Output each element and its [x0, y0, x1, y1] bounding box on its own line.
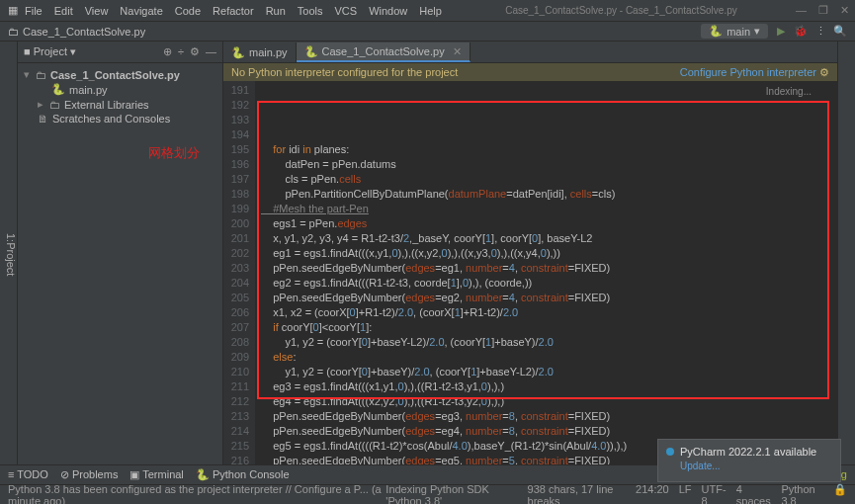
titlebar: ▦ File Edit View Navigate Code Refactor …	[0, 0, 855, 22]
status-bar: Python 3.8 has been configured as the pr…	[0, 484, 855, 504]
menu-run[interactable]: Run	[261, 3, 291, 19]
target-icon[interactable]: ⊕	[163, 45, 172, 58]
right-toolwindow-stripe	[837, 42, 855, 464]
minimize-icon[interactable]: —	[796, 4, 807, 17]
main-area: 1:Project ■ Project ▾ ⊕ ÷ ⚙ — ▾🗀Case_1_C…	[0, 42, 855, 464]
debug-icon[interactable]: 🐞	[794, 25, 808, 38]
update-link[interactable]: Update...	[680, 461, 832, 471]
status-chars: 938 chars, 17 line breaks	[528, 483, 626, 505]
chevron-down-icon: ▾	[754, 25, 760, 38]
run-config-dropdown[interactable]: 🐍 main ▾	[701, 24, 768, 39]
breadcrumb[interactable]: Case_1_ContactSolve.py	[23, 26, 145, 38]
app-icon: ▦	[6, 4, 20, 17]
status-interpreter[interactable]: Python 3.8	[781, 483, 823, 505]
menu-refactor[interactable]: Refactor	[208, 3, 259, 19]
more-icon[interactable]: ⋮	[813, 25, 827, 38]
gutter: 1911921931941951961971981992002012022032…	[223, 81, 255, 464]
status-encoding[interactable]: UTF-8	[702, 483, 727, 505]
editor-tabs: 🐍main.py 🐍Case_1_ContactSolve.py✕	[223, 42, 837, 63]
menu-edit[interactable]: Edit	[49, 3, 78, 19]
collapse-icon[interactable]: ÷	[178, 45, 184, 58]
folder-icon: 🗀	[8, 26, 19, 38]
code-editor[interactable]: 1911921931941951961971981992002012022032…	[223, 81, 837, 464]
python-console-tool[interactable]: 🐍 Python Console	[196, 468, 290, 481]
menu-code[interactable]: Code	[170, 3, 206, 19]
menu-tools[interactable]: Tools	[293, 3, 328, 19]
tree-scratches[interactable]: 🗎Scratches and Consoles	[20, 112, 220, 126]
menu-vcs[interactable]: VCS	[330, 3, 363, 19]
warning-text: No Python interpreter configured for the…	[231, 66, 458, 78]
indexing-label: Indexing...	[766, 84, 812, 99]
todo-tool[interactable]: ≡ TODO	[8, 468, 48, 481]
configure-interpreter-link[interactable]: Configure Python interpreter	[680, 66, 816, 78]
problems-tool[interactable]: ⊘ Problems	[60, 468, 119, 481]
tree-file-main[interactable]: 🐍main.py	[20, 82, 220, 97]
tab-case1[interactable]: 🐍Case_1_ContactSolve.py✕	[297, 42, 470, 62]
project-tool-button[interactable]: 1:Project	[5, 233, 17, 276]
annotation-label: 网格划分	[148, 146, 200, 159]
window-title: Case_1_ContactSolve.py - Case_1_ContactS…	[447, 5, 796, 16]
python-icon: 🐍	[709, 25, 723, 38]
left-toolwindow-stripe: 1:Project	[0, 42, 18, 464]
info-dot-icon	[666, 448, 674, 456]
tab-main[interactable]: 🐍main.py	[223, 42, 297, 62]
interpreter-warning: No Python interpreter configured for the…	[223, 63, 837, 81]
menu-window[interactable]: Window	[364, 3, 412, 19]
run-icon[interactable]: ▶	[774, 25, 788, 38]
menu-view[interactable]: View	[80, 3, 114, 19]
project-sidebar: ■ Project ▾ ⊕ ÷ ⚙ — ▾🗀Case_1_ContactSolv…	[18, 42, 223, 464]
toolbar: 🗀 Case_1_ContactSolve.py 🐍 main ▾ ▶ 🐞 ⋮ …	[0, 22, 855, 42]
main-menu: File Edit View Navigate Code Refactor Ru…	[20, 3, 447, 19]
menu-help[interactable]: Help	[414, 3, 447, 19]
tree-external-libraries[interactable]: ▸🗀External Libraries	[20, 97, 220, 112]
search-icon[interactable]: 🔍	[833, 25, 847, 38]
popup-title: PyCharm 2022.2.1 available	[680, 446, 816, 458]
menu-file[interactable]: File	[20, 3, 47, 19]
tree-root[interactable]: ▾🗀Case_1_ContactSolve.py	[20, 67, 220, 82]
window-controls: — ❐ ✕	[796, 4, 849, 17]
sidebar-title: ■ Project ▾	[24, 45, 76, 58]
status-line-sep[interactable]: LF	[679, 483, 692, 505]
gear-icon[interactable]: ⚙	[819, 66, 829, 78]
close-tab-icon[interactable]: ✕	[453, 45, 462, 58]
terminal-tool[interactable]: ▣ Terminal	[129, 468, 183, 481]
status-message: Python 3.8 has been configured as the pr…	[8, 483, 385, 505]
status-indent[interactable]: 4 spaces	[736, 483, 772, 505]
lock-icon[interactable]: 🔒	[833, 483, 847, 505]
gear-icon[interactable]: ⚙	[190, 45, 200, 58]
update-popup[interactable]: PyCharm 2022.2.1 available Update...	[657, 439, 841, 482]
status-position[interactable]: 214:20	[636, 483, 669, 505]
hide-icon[interactable]: —	[206, 45, 216, 58]
status-indexing: Indexing Python SDK 'Python 3.8'	[385, 483, 527, 505]
maximize-icon[interactable]: ❐	[818, 4, 828, 17]
close-icon[interactable]: ✕	[840, 4, 849, 17]
sidebar-header: ■ Project ▾ ⊕ ÷ ⚙ —	[18, 42, 222, 63]
code-lines[interactable]: Indexing... for idi in planes: datPen = …	[255, 81, 837, 464]
project-tree: ▾🗀Case_1_ContactSolve.py 🐍main.py ▸🗀Exte…	[18, 63, 222, 129]
menu-navigate[interactable]: Navigate	[115, 3, 167, 19]
editor-area: 🐍main.py 🐍Case_1_ContactSolve.py✕ No Pyt…	[223, 42, 837, 464]
run-config-label: main	[727, 26, 750, 38]
